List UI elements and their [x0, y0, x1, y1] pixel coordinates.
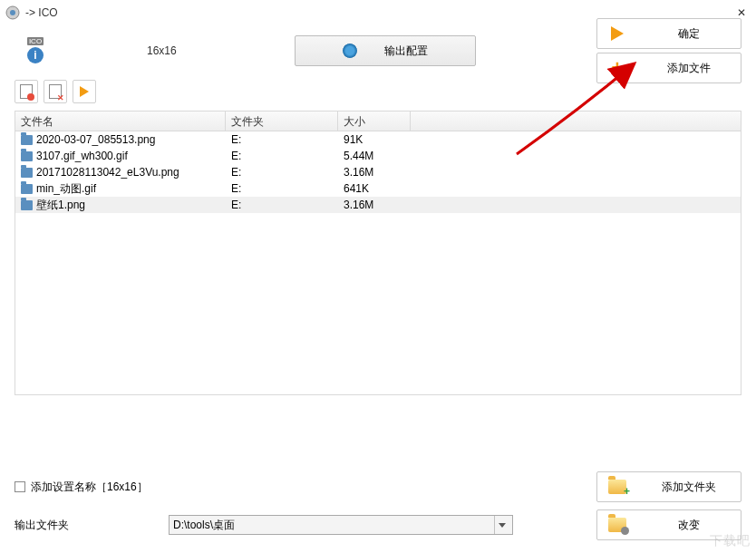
output-config-label: 输出配置 [384, 44, 428, 59]
add-folder-button-label: 添加文件夹 [648, 480, 730, 495]
plus-icon: + [608, 59, 626, 77]
folder-gear-icon [608, 516, 626, 534]
file-size: 3.16M [338, 198, 411, 212]
icon-size-text: 16x16 [147, 44, 177, 57]
file-size: 91K [338, 132, 411, 147]
file-icon [21, 151, 33, 161]
table-row[interactable]: 壁纸1.pngE:3.16M [15, 197, 741, 213]
output-folder-path: D:\tools\桌面 [173, 518, 235, 533]
gear-icon [343, 44, 357, 58]
file-folder: E: [226, 181, 338, 196]
ok-button-label: 确定 [648, 26, 730, 42]
file-icon [21, 135, 33, 145]
file-name: 壁纸1.png [36, 198, 85, 213]
arrow-right-icon [608, 24, 626, 43]
add-setting-name-label: 添加设置名称［16x16］ [31, 480, 148, 495]
col-header-name[interactable]: 文件名 [15, 112, 226, 131]
file-size: 3.16M [338, 165, 411, 179]
col-header-folder[interactable]: 文件夹 [226, 112, 338, 131]
file-name: min_动图.gif [36, 181, 96, 197]
file-table: 文件名 文件夹 大小 2020-03-07_085513.pngE:91K310… [15, 111, 741, 395]
remove-file-button[interactable] [15, 80, 38, 103]
file-folder: E: [226, 165, 338, 179]
window-title: -> ICO [25, 6, 732, 19]
document-remove-icon [20, 84, 33, 99]
top-panel: ICO i 16x16 输出配置 确定 + 添加文件 [0, 25, 756, 76]
output-folder-label: 输出文件夹 [15, 518, 160, 533]
file-icon [21, 184, 33, 194]
file-name: 3107.gif_wh300.gif [36, 150, 128, 162]
table-row[interactable]: 20171028113042_eL3Vu.pngE:3.16M [15, 164, 741, 180]
watermark: 下载吧 [710, 533, 751, 549]
change-button-label: 改变 [648, 518, 730, 533]
ok-button[interactable]: 确定 [596, 18, 741, 49]
file-folder: E: [226, 132, 338, 147]
folder-add-icon [608, 478, 626, 496]
file-size: 5.44M [338, 149, 411, 163]
file-icon [21, 200, 33, 210]
clear-list-button[interactable] [44, 80, 67, 103]
table-header: 文件名 文件夹 大小 [15, 112, 741, 131]
table-body: 2020-03-07_085513.pngE:91K3107.gif_wh300… [15, 131, 741, 213]
file-folder: E: [226, 198, 338, 212]
add-setting-name-checkbox[interactable] [15, 481, 25, 492]
app-icon [5, 5, 20, 20]
svg-text:i: i [34, 49, 36, 62]
file-name: 2020-03-07_085513.png [36, 133, 155, 146]
output-config-button[interactable]: 输出配置 [295, 35, 476, 66]
document-delete-icon [49, 84, 62, 99]
bottom-panel: 添加设置名称［16x16］ 添加文件夹 输出文件夹 D:\tools\桌面 改变 [0, 471, 756, 553]
add-file-button-label: 添加文件 [648, 61, 730, 76]
info-icon: i [26, 46, 44, 64]
svg-point-1 [10, 10, 15, 15]
chevron-down-icon [494, 516, 509, 534]
table-row[interactable]: 2020-03-07_085513.pngE:91K [15, 131, 741, 148]
file-size: 641K [338, 181, 411, 196]
file-folder: E: [226, 149, 338, 163]
ico-format-indicator: ICO i [15, 37, 56, 64]
file-name: 20171028113042_eL3Vu.png [36, 166, 179, 179]
add-folder-button[interactable]: 添加文件夹 [596, 471, 741, 502]
add-file-button[interactable]: + 添加文件 [596, 53, 741, 83]
file-icon [21, 168, 33, 178]
col-header-rest [411, 112, 741, 131]
table-row[interactable]: min_动图.gifE:641K [15, 180, 741, 197]
play-icon [80, 86, 89, 97]
output-folder-select[interactable]: D:\tools\桌面 [169, 515, 513, 535]
col-header-size[interactable]: 大小 [338, 112, 411, 131]
play-button[interactable] [73, 80, 96, 103]
table-row[interactable]: 3107.gif_wh300.gifE:5.44M [15, 148, 741, 164]
